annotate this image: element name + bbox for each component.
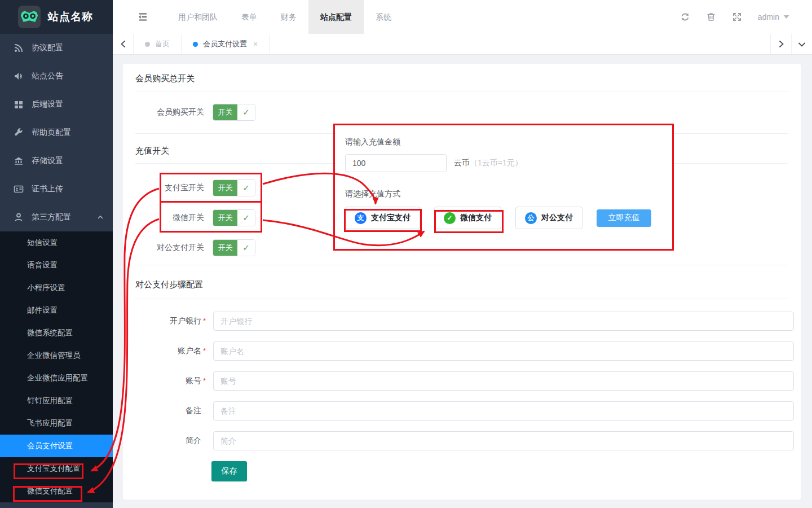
sidebar-item-mail-settings[interactable]: 邮件设置	[0, 299, 113, 322]
tabs-menu-button[interactable]	[791, 34, 812, 54]
sidebar-item-backend-settings[interactable]: 后端设置	[0, 90, 113, 119]
tab-close-icon[interactable]: ×	[253, 40, 258, 49]
chevron-left-icon	[120, 40, 126, 48]
intro-field-row: 简介	[135, 426, 788, 456]
recharge-now-button[interactable]: 立即充值	[597, 209, 651, 227]
nav-item-forms[interactable]: 表单	[230, 0, 269, 34]
alipay-icon: 支	[355, 212, 367, 224]
member-purchase-switch-label: 会员购买开关	[135, 107, 204, 117]
nav-item-users-teams[interactable]: 用户和团队	[166, 0, 230, 34]
announcement-icon	[14, 71, 24, 81]
logo-bar: 站点名称	[0, 0, 113, 34]
payment-methods: 支 支付宝支付 ✓ 微信支付 公 对公支付 立即充值	[345, 207, 672, 229]
check-icon: ✓	[237, 240, 255, 256]
sidebar-item-third-party-config[interactable]: 第三方配置	[0, 203, 113, 231]
topbar: 用户和团队 表单 财务 站点配置 系统 admin	[113, 0, 812, 34]
remark-input[interactable]	[213, 401, 794, 421]
wechat-pay-icon: ✓	[444, 212, 456, 224]
site-title: 站点名称	[48, 10, 93, 24]
tab-home[interactable]: 首页	[134, 34, 182, 54]
tabs-scroll-left-button[interactable]	[113, 34, 134, 54]
owl-logo-icon	[18, 6, 41, 28]
sidebar-menu: 协议配置 站点公告 后端设置 帮助页配置 存储设置 证书上传 第三方配置 短	[0, 34, 113, 502]
sidebar-item-voice-settings[interactable]: 语音设置	[0, 254, 113, 277]
tab-member-payment-settings[interactable]: 会员支付设置 ×	[182, 34, 270, 54]
account-number-field-row: 账号 *	[135, 366, 788, 396]
user-menu[interactable]: admin	[758, 12, 789, 21]
rss-icon	[14, 43, 24, 53]
grid-icon	[14, 99, 24, 110]
remark-field-row: 备注	[135, 396, 788, 426]
topbar-actions: admin	[680, 12, 789, 22]
sidebar-item-alipay-payment-config[interactable]: 支付宝支付配置	[0, 457, 113, 480]
refresh-icon[interactable]	[680, 12, 690, 22]
sidebar-item-miniprogram-settings[interactable]: 小程序设置	[0, 277, 113, 299]
account-name-input[interactable]	[213, 341, 794, 361]
nav-item-finance[interactable]: 财务	[269, 0, 308, 34]
currency-note: （1云币=1元）	[470, 158, 523, 167]
top-nav: 用户和团队 表单 财务 站点配置 系统	[166, 0, 403, 34]
intro-input[interactable]	[213, 431, 794, 450]
third-party-submenu: 短信设置 语音设置 小程序设置 邮件设置 微信系统配置 企业微信管理员 企业微信…	[0, 231, 113, 502]
sidebar-item-site-announcement[interactable]: 站点公告	[0, 62, 113, 90]
tabbar: 首页 会员支付设置 ×	[113, 34, 812, 55]
method-label: 请选择充值方式	[345, 189, 672, 199]
trash-icon[interactable]	[706, 12, 716, 22]
corporate-pay-button[interactable]: 公 对公支付	[515, 207, 582, 229]
sidebar-item-wechat-system-config[interactable]: 微信系统配置	[0, 322, 113, 344]
tab-dot	[193, 42, 198, 47]
save-button[interactable]: 保存	[211, 461, 247, 481]
bank-field-row: 开户银行 *	[135, 306, 788, 336]
tab-dot	[145, 42, 150, 47]
recharge-dialog: 请输入充值金额 云币（1云币=1元） 请选择充值方式 支 支付宝支付 ✓ 微信支…	[336, 126, 672, 249]
menu-fold-icon[interactable]	[137, 11, 148, 23]
user-icon	[14, 212, 24, 222]
currency-unit: 云币（1云币=1元）	[454, 158, 523, 168]
nav-item-site-config[interactable]: 站点配置	[308, 0, 364, 34]
sidebar-item-wechat-payment-config[interactable]: 微信支付配置	[0, 480, 113, 502]
section-title-member-master-switch: 会员购买总开关	[135, 64, 788, 91]
corporate-toggle[interactable]: 开关 ✓	[213, 239, 255, 256]
section-title-corporate-steps: 对公支付步骤配置	[135, 265, 788, 299]
account-number-input[interactable]	[213, 371, 794, 391]
required-asterisk: *	[203, 317, 209, 325]
member-purchase-toggle[interactable]: 开关 ✓	[213, 104, 255, 121]
sidebar-item-wecom-admin[interactable]: 企业微信管理员	[0, 344, 113, 367]
required-asterisk: *	[203, 376, 209, 385]
tabbar-spacer	[270, 34, 770, 54]
caret-down-icon	[783, 15, 789, 19]
sidebar-item-storage-settings[interactable]: 存储设置	[0, 147, 113, 175]
wrench-icon	[14, 128, 24, 138]
bank-icon	[14, 156, 24, 166]
sidebar-item-sms-settings[interactable]: 短信设置	[0, 231, 113, 254]
check-icon: ✓	[237, 104, 255, 120]
account-name-field-row: 账户名 *	[135, 336, 788, 366]
tabs-scroll-right-button[interactable]	[770, 34, 791, 54]
sidebar-item-help-page-config[interactable]: 帮助页配置	[0, 119, 113, 147]
fullscreen-icon[interactable]	[732, 12, 742, 22]
sidebar-item-protocol-config[interactable]: 协议配置	[0, 34, 113, 62]
alipay-pay-button[interactable]: 支 支付宝支付	[345, 207, 420, 229]
wechat-pay-button[interactable]: ✓ 微信支付	[434, 207, 501, 229]
chevron-up-icon	[97, 214, 104, 221]
check-icon: ✓	[237, 180, 255, 196]
wechat-toggle[interactable]: 开关 ✓	[213, 209, 255, 226]
nav-item-system[interactable]: 系统	[364, 0, 403, 34]
check-icon: ✓	[237, 210, 255, 226]
amount-input[interactable]	[345, 154, 447, 172]
amount-row: 云币（1云币=1元）	[345, 154, 672, 172]
sidebar-item-dingtalk-app-config[interactable]: 钉钉应用配置	[0, 389, 113, 412]
sidebar-item-wecom-app-config[interactable]: 企业微信应用配置	[0, 367, 113, 389]
bank-input[interactable]	[213, 312, 794, 331]
sidebar: 站点名称 协议配置 站点公告 后端设置 帮助页配置 存储设置 证书上传 第	[0, 0, 113, 508]
corporate-pay-icon: 公	[525, 212, 537, 224]
amount-label: 请输入充值金额	[345, 137, 672, 147]
sidebar-item-certificate-upload[interactable]: 证书上传	[0, 175, 113, 203]
sidebar-item-feishu-app-config[interactable]: 飞书应用配置	[0, 412, 113, 435]
chevron-down-icon	[798, 41, 806, 47]
corporate-form: 开户银行 * 账户名 * 账号 * 备注 简介 保存	[135, 299, 788, 481]
alipay-toggle[interactable]: 开关 ✓	[213, 179, 255, 196]
required-asterisk: *	[203, 347, 209, 355]
username: admin	[758, 12, 779, 21]
sidebar-item-member-payment-settings[interactable]: 会员支付设置	[0, 435, 113, 457]
